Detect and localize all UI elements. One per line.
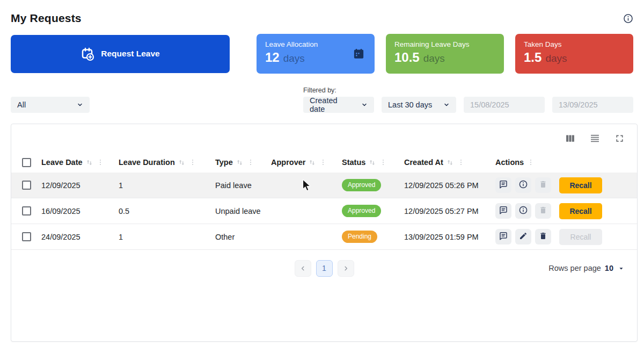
comment-button[interactable]: [495, 229, 511, 245]
request-leave-button[interactable]: Request Leave: [11, 35, 230, 73]
row-density-icon[interactable]: [589, 132, 601, 144]
leave-date-cell: 12/09/2025: [41, 181, 119, 190]
column-header-leave-duration: Leave Duration: [119, 158, 215, 167]
show-hide-columns-icon[interactable]: [564, 132, 576, 144]
trash-button[interactable]: [535, 229, 551, 245]
card-value: 10.5: [394, 50, 420, 65]
column-header-label: Leave Duration: [119, 158, 175, 167]
row-actions: Recall: [495, 203, 637, 219]
column-header-label: Type: [215, 158, 233, 167]
trash-icon: [539, 206, 547, 216]
calendar-plus-icon: [80, 47, 95, 61]
leave-type-cell: Paid leave: [215, 181, 271, 190]
column-header-label: Status: [342, 158, 365, 167]
chevron-down-icon: [443, 102, 450, 108]
date-range-select[interactable]: Last 30 days: [382, 97, 456, 113]
column-header-leave-date: Leave Date: [41, 158, 119, 167]
info-icon: [518, 179, 528, 191]
column-header-type: Type: [215, 158, 271, 167]
recall-button: Recall: [559, 229, 602, 245]
leave-type-cell: Unpaid leave: [215, 207, 271, 215]
column-menu-icon[interactable]: [247, 159, 254, 166]
column-menu-icon[interactable]: [379, 159, 387, 166]
card-value: 12: [265, 50, 280, 65]
date-to-input[interactable]: 13/09/2025: [552, 97, 633, 113]
date-from-input[interactable]: 15/08/2025: [464, 97, 545, 113]
rows-per-page-control[interactable]: Rows per page 10: [548, 264, 625, 272]
column-menu-icon[interactable]: [527, 159, 535, 166]
type-filter-value: All: [17, 100, 26, 109]
row-checkbox[interactable]: [22, 232, 31, 241]
fullscreen-icon[interactable]: [613, 132, 625, 144]
column-header-label: Actions: [495, 158, 524, 167]
row-actions: Recall: [495, 229, 637, 245]
row-checkbox-cell: [11, 232, 41, 241]
card-label: Leave Allocation: [265, 40, 366, 48]
chevron-down-icon: [77, 102, 83, 108]
info-button[interactable]: [515, 177, 531, 193]
page-number-button[interactable]: 1: [316, 260, 333, 277]
sort-arrows-icon[interactable]: [368, 159, 376, 167]
status-badge: Pending: [342, 231, 377, 243]
row-checkbox[interactable]: [22, 181, 31, 190]
status-badge: Approved: [342, 179, 381, 191]
taken-days-card: Taken Days 1.5 days: [515, 34, 633, 74]
row-checkbox[interactable]: [22, 206, 31, 215]
leave-date-cell: 16/09/2025: [41, 207, 119, 215]
card-unit: days: [283, 53, 305, 64]
status-cell: Pending: [342, 231, 404, 243]
stat-cards: Leave Allocation 12 days Remaining Leave…: [257, 34, 633, 74]
caret-down-icon: [617, 264, 625, 272]
column-header-label: Approver: [271, 158, 305, 167]
sort-arrows-icon[interactable]: [236, 159, 244, 167]
filter-row: All Filtered by: Created date Last 30 da…: [11, 87, 633, 113]
filters-right-group: Filtered by: Created date Last 30 days 1…: [303, 87, 633, 113]
remaining-leave-card: Remaining Leave Days 10.5 days: [386, 34, 504, 74]
recall-button[interactable]: Recall: [559, 203, 602, 219]
column-header-created-at: Created At: [404, 158, 495, 167]
table-row: 12/09/20251Paid leaveApproved12/09/2025 …: [11, 172, 637, 198]
comment-icon: [499, 231, 508, 242]
my-requests-page: My Requests Request Leave: [0, 0, 644, 345]
page-title: My Requests: [11, 12, 82, 25]
select-all-checkbox[interactable]: [22, 158, 31, 167]
edit-button[interactable]: [515, 229, 531, 245]
rows-per-page-value: 10: [605, 264, 613, 272]
sort-arrows-icon[interactable]: [178, 159, 186, 167]
info-button[interactable]: [515, 203, 531, 219]
created-at-cell: 13/09/2025 01:59 PM: [404, 233, 495, 241]
sort-arrows-icon[interactable]: [446, 159, 454, 167]
card-value: 1.5: [524, 50, 541, 65]
comment-button[interactable]: [495, 203, 511, 219]
info-icon[interactable]: [623, 13, 633, 24]
leave-date-cell: 24/09/2025: [41, 233, 119, 241]
column-menu-icon[interactable]: [457, 159, 465, 166]
filtered-by-label: Filtered by:: [303, 87, 374, 94]
column-menu-icon[interactable]: [189, 159, 196, 166]
type-filter-select[interactable]: All: [11, 97, 90, 113]
action-row: Request Leave Leave Allocation 12 days: [11, 34, 633, 74]
recall-button[interactable]: Recall: [559, 177, 602, 193]
column-header-status: Status: [342, 158, 404, 167]
sort-arrows-icon[interactable]: [308, 159, 316, 167]
sort-arrows-icon[interactable]: [85, 159, 93, 167]
table-row: 24/09/20251OtherPending13/09/2025 01:59 …: [11, 224, 637, 250]
created-at-cell: 12/09/2025 05:26 PM: [404, 181, 495, 190]
table-header-row: Leave DateLeave DurationTypeApproverStat…: [11, 152, 637, 172]
card-unit: days: [423, 53, 445, 64]
status-cell: Approved: [342, 179, 404, 191]
leave-allocation-card: Leave Allocation 12 days: [257, 34, 375, 74]
chevron-left-icon: [299, 265, 306, 272]
leave-duration-cell: 1: [119, 233, 215, 241]
created-at-cell: 12/09/2025 05:27 PM: [404, 207, 495, 215]
filter-field-select[interactable]: Created date: [303, 97, 374, 113]
column-menu-icon[interactable]: [319, 159, 327, 166]
row-checkbox-cell: [11, 181, 41, 190]
column-menu-icon[interactable]: [97, 159, 104, 166]
filter-field-value: Created date: [310, 96, 354, 113]
prev-page-button[interactable]: [295, 260, 311, 277]
column-header-approver: Approver: [271, 158, 342, 167]
comment-button[interactable]: [495, 177, 511, 193]
chevron-down-icon: [361, 102, 368, 108]
next-page-button[interactable]: [338, 260, 354, 277]
